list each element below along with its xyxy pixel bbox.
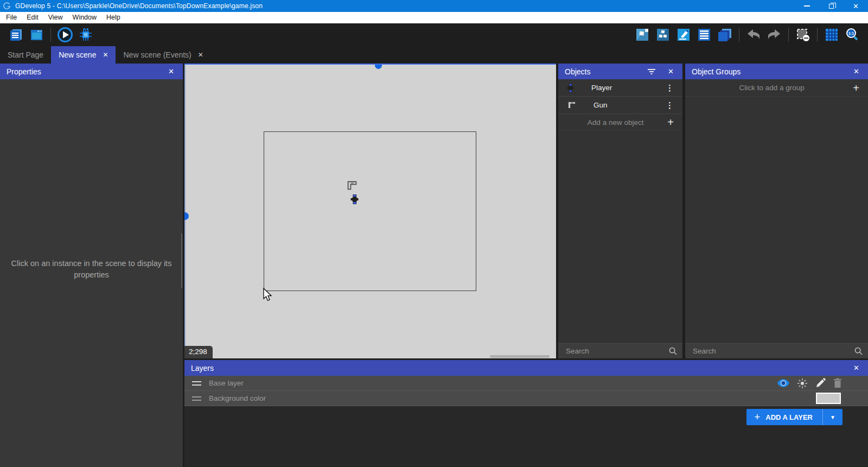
layers-tool-button[interactable] <box>716 26 734 44</box>
close-button[interactable]: ✕ <box>844 0 868 12</box>
layer-row-base[interactable]: Base layer <box>184 376 868 391</box>
add-new-object-row[interactable]: Add a new object + <box>558 114 682 131</box>
add-object-tool-button[interactable] <box>633 26 652 44</box>
add-group-label: Click to add a group <box>694 84 850 92</box>
undo-button[interactable] <box>744 26 763 44</box>
objects-panel-header: Objects ✕ <box>558 64 682 79</box>
layers-close-icon[interactable]: ✕ <box>851 363 861 373</box>
layer-edit-pencil-icon[interactable] <box>815 378 826 388</box>
add-layer-plus-icon: + <box>754 411 760 423</box>
editor-tabs: Start Page New scene ✕ New scene (Events… <box>0 46 868 64</box>
object-row-player[interactable]: Player ⋮ <box>558 79 682 97</box>
start-page-icon <box>29 28 44 42</box>
player-instance[interactable] <box>350 194 359 204</box>
canvas-vertical-scroll-track[interactable] <box>184 65 186 358</box>
main-toolbar: 1:1 <box>0 23 868 46</box>
object-groups-close-icon[interactable]: ✕ <box>851 67 861 76</box>
add-object-label: Add a new object <box>567 118 664 127</box>
toggle-grid-button[interactable] <box>822 26 841 44</box>
gdevelop-logo-icon <box>3 2 11 10</box>
mouse-cursor <box>263 288 274 301</box>
layer-visibility-eye-icon[interactable] <box>777 379 789 387</box>
search-icon <box>669 347 677 355</box>
object-name: Gun <box>583 101 656 109</box>
tab-start-page[interactable]: Start Page <box>0 46 51 64</box>
play-preview-button[interactable] <box>56 26 74 44</box>
properties-scrollbar[interactable] <box>181 234 182 288</box>
layer-effects-icon[interactable] <box>797 378 808 389</box>
properties-panel-header: Properties ✕ <box>0 64 183 79</box>
add-layer-button[interactable]: + ADD A LAYER ▼ <box>746 409 843 425</box>
object-groups-panel-header: Object Groups ✕ <box>685 64 868 79</box>
menu-help[interactable]: Help <box>101 12 125 23</box>
menu-view[interactable]: View <box>43 12 68 23</box>
layer-name: Base layer <box>209 379 777 387</box>
toolbar-separator <box>788 28 789 42</box>
tab-label: New scene <box>59 51 96 59</box>
debug-icon <box>78 27 93 42</box>
toggle-mask-button[interactable] <box>794 26 812 44</box>
properties-close-icon[interactable]: ✕ <box>166 67 176 76</box>
layer-delete-trash-icon[interactable] <box>833 378 842 388</box>
object-groups-panel-title: Object Groups <box>692 67 741 76</box>
project-manager-button[interactable] <box>7 26 25 44</box>
restore-button[interactable] <box>819 0 844 12</box>
objects-panel-title: Objects <box>565 67 590 76</box>
tab-new-scene-events[interactable]: New scene (Events) ✕ <box>116 46 210 64</box>
add-layer-dropdown-icon[interactable]: ▼ <box>823 414 843 420</box>
minimize-button[interactable] <box>795 0 819 12</box>
zoom-original-button[interactable]: 1:1 <box>843 26 861 44</box>
canvas-bottom-scrollbar[interactable] <box>490 355 550 358</box>
edit-scene-properties-button[interactable] <box>674 26 693 44</box>
scene-canvas[interactable]: 2;298 <box>184 64 556 358</box>
objects-panel: Objects ✕ Player ⋮ Gun ⋮ Add a new objec… <box>558 64 682 358</box>
drag-handle-icon[interactable] <box>192 396 201 401</box>
edit-pencil-icon <box>676 27 691 42</box>
window-controls: ✕ <box>795 0 868 12</box>
project-manager-icon <box>9 28 23 42</box>
object-menu-icon[interactable]: ⋮ <box>662 83 677 93</box>
layer-row-background-color[interactable]: Background color <box>184 391 868 406</box>
object-row-gun[interactable]: Gun ⋮ <box>558 97 682 114</box>
tab-close-icon[interactable]: ✕ <box>103 52 108 58</box>
canvas-horizontal-scroll-thumb[interactable] <box>375 64 382 69</box>
canvas-vertical-scroll-thumb[interactable] <box>184 212 189 220</box>
layers-panel-title: Layers <box>191 364 214 373</box>
layer-name: Background color <box>209 394 816 402</box>
properties-panel-title: Properties <box>7 67 41 76</box>
start-page-button[interactable] <box>27 26 46 44</box>
background-color-swatch[interactable] <box>816 393 841 404</box>
redo-button[interactable] <box>765 26 783 44</box>
toolbar-separator <box>50 28 51 42</box>
tab-new-scene[interactable]: New scene ✕ <box>51 46 116 64</box>
add-object-plus-icon: + <box>664 117 677 128</box>
drag-handle-icon[interactable] <box>192 381 201 386</box>
tab-close-icon[interactable]: ✕ <box>198 52 203 58</box>
menu-window[interactable]: Window <box>68 12 101 23</box>
object-groups-search-input[interactable] <box>693 347 854 355</box>
objects-close-icon[interactable]: ✕ <box>666 67 676 76</box>
tab-label: Start Page <box>8 51 43 59</box>
object-groups-panel: Object Groups ✕ Click to add a group + <box>685 64 868 358</box>
object-menu-icon[interactable]: ⋮ <box>662 100 677 110</box>
menu-bar: File Edit View Window Help <box>0 12 868 23</box>
open-events-button[interactable] <box>695 26 713 44</box>
add-group-row[interactable]: Click to add a group + <box>685 79 868 97</box>
play-icon <box>57 27 73 43</box>
gun-instance[interactable] <box>347 181 357 190</box>
object-groups-search-bar <box>685 343 868 358</box>
object-name: Player <box>580 84 656 92</box>
layers-panel-header: Layers ✕ <box>184 360 868 376</box>
player-object-icon <box>567 84 574 92</box>
menu-edit[interactable]: Edit <box>22 12 43 23</box>
cursor-position-badge: 2;298 <box>184 346 213 358</box>
properties-panel: Properties ✕ Click on an instance in the… <box>0 64 183 467</box>
layers-stack-icon <box>717 27 733 42</box>
objects-search-input[interactable] <box>566 347 669 355</box>
debug-button[interactable] <box>76 26 95 44</box>
object-groups-tool-button[interactable] <box>654 26 672 44</box>
add-object-icon <box>635 27 650 42</box>
objects-search-bar <box>558 343 682 358</box>
menu-file[interactable]: File <box>1 12 22 23</box>
filter-icon[interactable] <box>647 68 656 75</box>
